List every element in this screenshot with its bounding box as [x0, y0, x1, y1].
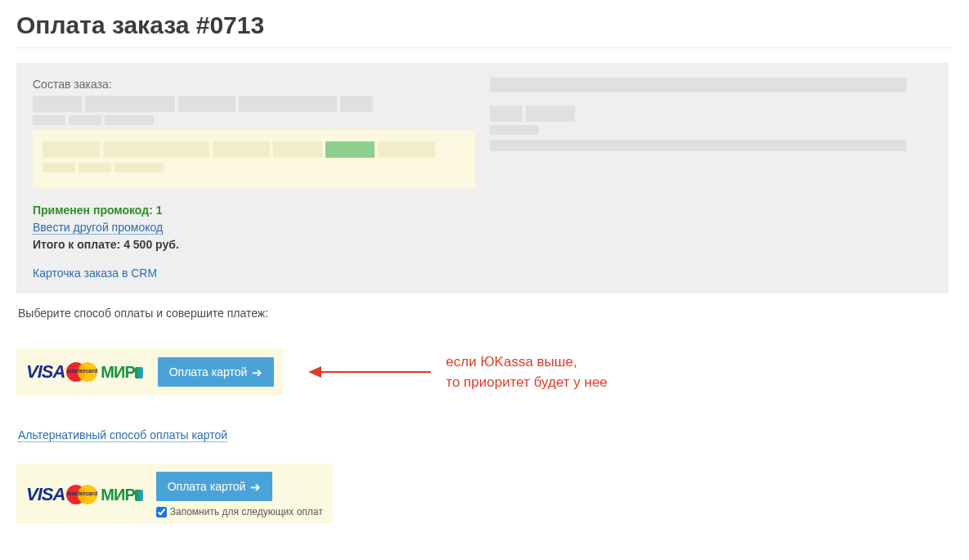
redacted-line — [490, 78, 932, 92]
redacted-line — [490, 105, 932, 122]
redacted-line — [490, 125, 932, 135]
annotation: если ЮKassa выше, то приоритет будет у н… — [308, 352, 607, 393]
primary-payment-row: VISA mastercard МИР Оплата картой ➔ если… — [16, 347, 953, 396]
card-brands: VISA mastercard МИР — [26, 484, 143, 505]
annotation-line-2: то приоритет будет у нее — [446, 372, 607, 393]
remember-label: Запомнить для следующих оплат — [170, 506, 323, 517]
alternative-card-payment-link[interactable]: Альтернативный способ оплаты картой — [18, 428, 227, 442]
mir-icon: МИР — [101, 363, 142, 382]
svg-marker-1 — [308, 366, 321, 378]
card-brands: VISA mastercard МИР — [26, 361, 143, 383]
highlighted-item — [33, 130, 475, 189]
redacted-line — [33, 96, 475, 112]
composition-label: Состав заказа: — [33, 78, 475, 91]
crm-link[interactable]: Карточка заказа в CRM — [33, 267, 157, 280]
page-title: Оплата заказа #0713 — [16, 11, 953, 39]
annotation-arrow-icon — [308, 362, 431, 382]
redacted-line — [490, 140, 932, 151]
divider — [16, 47, 953, 48]
alternative-card-payment-option: VISA mastercard МИР Оплата картой ➔ Запо… — [16, 464, 333, 524]
remember-checkbox[interactable] — [156, 507, 167, 517]
pay-by-card-button-alt[interactable]: Оплата картой ➔ — [156, 472, 273, 501]
mir-icon: МИР — [101, 486, 142, 504]
pay-by-card-button[interactable]: Оплата картой ➔ — [158, 357, 275, 387]
annotation-line-1: если ЮKassa выше, — [446, 352, 607, 373]
choose-method-label: Выберите способ оплаты и совершите плате… — [18, 307, 953, 320]
remember-checkbox-row[interactable]: Запомнить для следующих оплат — [156, 506, 323, 517]
card-payment-option: VISA mastercard МИР Оплата картой ➔ — [16, 347, 284, 396]
mastercard-icon: mastercard — [66, 485, 97, 504]
mastercard-icon: mastercard — [66, 362, 97, 382]
order-summary-box: Состав заказа: — [16, 63, 949, 293]
arrow-right-icon: ➔ — [250, 481, 261, 493]
visa-icon: VISA — [26, 484, 65, 505]
visa-icon: VISA — [26, 361, 65, 383]
arrow-right-icon: ➔ — [252, 366, 262, 379]
enter-other-promo-link[interactable]: Ввести другой промокод — [33, 221, 163, 235]
total-label: Итого к оплате: 4 500 руб. — [33, 238, 475, 251]
redacted-line — [33, 115, 475, 125]
promo-applied-text: Применен промокод: 1 — [33, 204, 475, 217]
